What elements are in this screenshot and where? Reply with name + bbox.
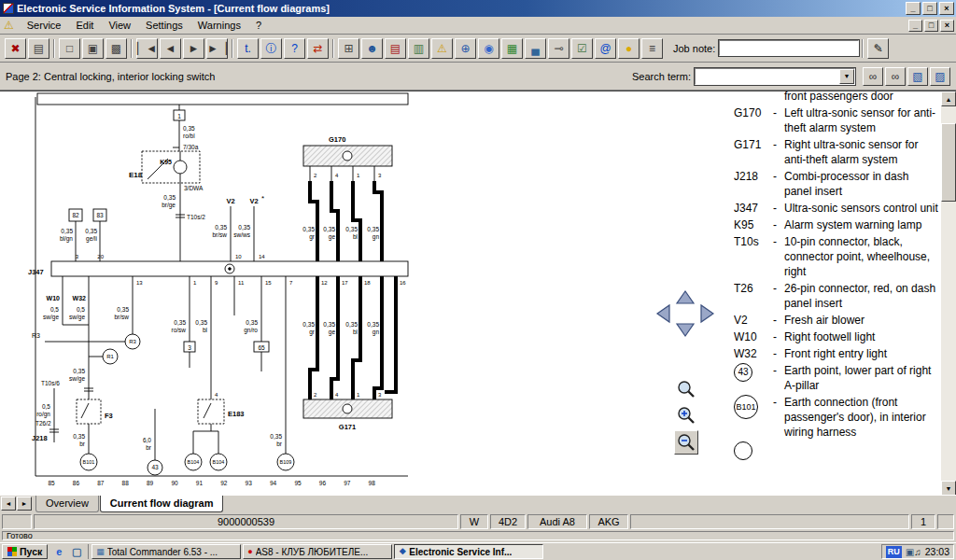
status-field-akg: AKG bbox=[589, 514, 628, 529]
svg-text:1: 1 bbox=[193, 280, 197, 286]
svg-text:89: 89 bbox=[147, 480, 154, 486]
transfer-button[interactable]: ⇄ bbox=[307, 38, 329, 59]
vertical-scrollbar[interactable]: ▲ ▼ bbox=[941, 91, 956, 496]
toolbar-separator bbox=[131, 39, 133, 58]
menu-service[interactable]: Service bbox=[20, 18, 69, 33]
menu-item-5[interactable]: ? bbox=[248, 18, 269, 33]
zoom-in-button[interactable] bbox=[674, 404, 698, 428]
status-field-audi-a8: Audi A8 bbox=[527, 514, 587, 529]
legend-desc: Front right entry light bbox=[784, 346, 939, 361]
legend-code: J218 bbox=[734, 169, 773, 199]
mdi-restore-button[interactable]: □ bbox=[924, 20, 938, 32]
svg-text:85: 85 bbox=[48, 480, 55, 486]
vehicle-button[interactable]: ▄ bbox=[525, 38, 546, 59]
search-input[interactable] bbox=[696, 69, 839, 84]
table-plus-button[interactable]: ⊞ bbox=[338, 38, 359, 59]
legend-desc: Alarm system warning lamp bbox=[784, 217, 939, 232]
scrollbar-track[interactable] bbox=[941, 106, 956, 481]
manual-button[interactable]: ▦ bbox=[501, 38, 523, 59]
print-button[interactable]: ▤ bbox=[28, 38, 49, 59]
list-button[interactable]: ≡ bbox=[641, 38, 663, 59]
zoom-tool-button[interactable] bbox=[674, 378, 698, 402]
pan-left-icon[interactable] bbox=[657, 305, 669, 322]
screen: Electronic Service Information System - … bbox=[0, 0, 956, 560]
scrollbar-thumb[interactable] bbox=[941, 123, 956, 202]
mdi-minimize-button[interactable]: _ bbox=[908, 20, 922, 32]
svg-text:2: 2 bbox=[314, 173, 317, 178]
contacts-button[interactable]: ☻ bbox=[361, 38, 383, 59]
legend-separator bbox=[773, 441, 784, 464]
svg-text:91: 91 bbox=[196, 480, 204, 486]
svg-text:0,35: 0,35 bbox=[117, 306, 129, 313]
taskbar-task-total-commander-6-53[interactable]: ▦Total Commander 6.53 - ... bbox=[91, 544, 241, 559]
scroll-up-button[interactable]: ▲ bbox=[941, 91, 956, 106]
new-document-button[interactable]: □ bbox=[59, 38, 80, 59]
pan-control[interactable] bbox=[652, 287, 719, 340]
svg-text:1: 1 bbox=[357, 173, 360, 178]
language-indicator[interactable]: RU bbox=[886, 546, 902, 558]
notes-button[interactable]: ▥ bbox=[408, 38, 429, 59]
tab-scroll-left-button[interactable]: ◄ bbox=[1, 497, 16, 511]
warnings-button[interactable]: ⚠ bbox=[431, 38, 453, 59]
svg-text:82: 82 bbox=[72, 212, 79, 218]
pan-up-icon[interactable] bbox=[677, 291, 694, 303]
svg-text:bl: bl bbox=[203, 327, 208, 333]
windows-flag-icon bbox=[7, 547, 17, 556]
nav-previous-button[interactable]: ◄ bbox=[160, 38, 181, 59]
search-document-button[interactable]: ∞ bbox=[885, 67, 906, 86]
nav-first-button[interactable]: ▏◄ bbox=[136, 38, 158, 59]
minimize-button[interactable]: _ bbox=[906, 2, 921, 15]
checklist-button[interactable]: ☑ bbox=[571, 38, 593, 59]
page-back-button[interactable]: ▧ bbox=[907, 67, 928, 86]
svg-text:B109: B109 bbox=[280, 459, 292, 465]
tab-scroll-right-button[interactable]: ► bbox=[17, 497, 32, 511]
mdi-close-button[interactable]: × bbox=[940, 20, 954, 32]
zoom-out-button[interactable] bbox=[674, 430, 698, 455]
menu-view[interactable]: View bbox=[101, 18, 138, 33]
books-button[interactable]: ▤ bbox=[385, 38, 406, 59]
tab-current-flow-diagram[interactable]: Current flow diagram bbox=[100, 496, 224, 512]
pan-right-icon[interactable] bbox=[701, 305, 713, 322]
quicklaunch-ie-icon[interactable]: e bbox=[50, 544, 67, 559]
email-button[interactable]: @ bbox=[595, 38, 616, 59]
svg-text:0,35: 0,35 bbox=[215, 224, 227, 231]
start-button[interactable]: Пуск bbox=[2, 544, 48, 559]
task-label: Total Commander 6.53 - ... bbox=[107, 547, 218, 557]
note-edit-button[interactable]: ✎ bbox=[867, 38, 889, 59]
svg-text:T10s/6: T10s/6 bbox=[41, 380, 60, 386]
svg-text:0,5: 0,5 bbox=[77, 306, 85, 313]
quicklaunch-desktop-icon[interactable]: ▢ bbox=[68, 544, 85, 559]
tray-volume-icon[interactable]: ♫ bbox=[914, 547, 921, 557]
svg-text:94: 94 bbox=[270, 480, 277, 486]
search-combobox[interactable]: ▼ bbox=[695, 68, 855, 85]
close-button[interactable]: × bbox=[939, 2, 954, 15]
pan-down-icon[interactable] bbox=[677, 324, 694, 336]
maximize-button[interactable]: □ bbox=[922, 2, 937, 15]
exit-button[interactable]: ✖ bbox=[5, 38, 26, 59]
save-document-button[interactable]: ▩ bbox=[105, 38, 127, 59]
globe-button[interactable]: ⊕ bbox=[455, 38, 476, 59]
scroll-down-button[interactable]: ▼ bbox=[941, 481, 956, 496]
open-document-button[interactable]: ▣ bbox=[82, 38, 104, 59]
taskbar-task-electronic-service-inf[interactable]: ❖Electronic Service Inf... bbox=[394, 544, 543, 559]
window-title: Electronic Service Information System - … bbox=[17, 3, 330, 14]
menu-edit[interactable]: Edit bbox=[68, 18, 101, 33]
info-button[interactable]: ⓘ bbox=[260, 38, 282, 59]
lights-button[interactable]: ● bbox=[618, 38, 640, 59]
job-note-input[interactable] bbox=[719, 40, 859, 56]
tray-display-icon[interactable]: ▣ bbox=[906, 547, 914, 557]
taskbar-task-as8[interactable]: ●AS8 - КЛУБ ЛЮБИТЕЛЕ... bbox=[243, 544, 392, 559]
history-button[interactable]: t. bbox=[237, 38, 259, 59]
nav-last-button[interactable]: ►▕ bbox=[206, 38, 228, 59]
page-forward-button[interactable]: ▨ bbox=[930, 67, 950, 86]
menu-settings[interactable]: Settings bbox=[138, 18, 190, 33]
combo-dropdown-button[interactable]: ▼ bbox=[839, 69, 854, 84]
tab-overview[interactable]: Overview bbox=[35, 496, 99, 512]
cd-button[interactable]: ◉ bbox=[478, 38, 499, 59]
nav-next-button[interactable]: ► bbox=[183, 38, 204, 59]
menu-warnings[interactable]: Warnings bbox=[190, 18, 248, 33]
help-button[interactable]: ? bbox=[284, 38, 305, 59]
search-binoculars-button[interactable]: ∞ bbox=[863, 67, 883, 86]
key-button[interactable]: ⊸ bbox=[548, 38, 569, 59]
svg-text:87: 87 bbox=[97, 480, 105, 486]
